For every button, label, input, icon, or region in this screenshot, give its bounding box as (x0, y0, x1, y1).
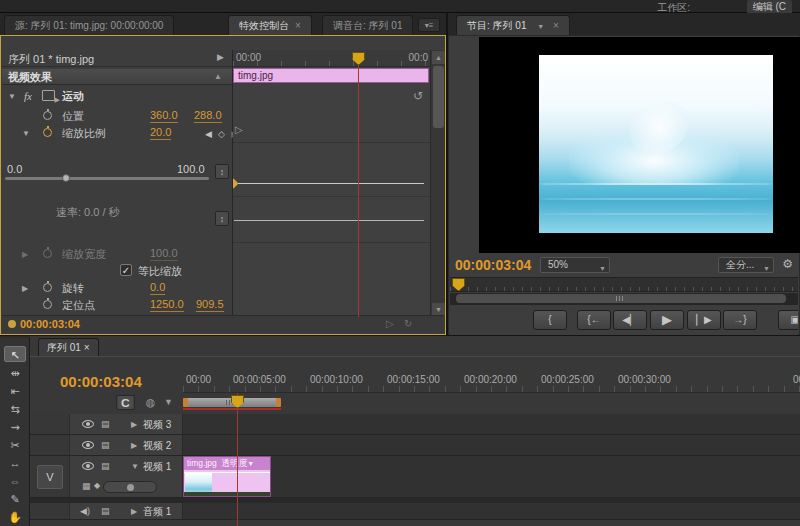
step-forward-button[interactable]: ▏▶ (687, 310, 721, 330)
position-y-value[interactable]: 288.0 (194, 108, 222, 123)
track-content[interactable] (183, 414, 800, 434)
keyframe-graph-area[interactable]: ▷ (233, 84, 430, 317)
track-content[interactable] (183, 503, 800, 519)
toggle-animation-icon[interactable] (43, 249, 52, 258)
graph-expand-icon[interactable]: ▷ (235, 124, 243, 135)
vertical-scrollbar[interactable]: ▲ ▼ (430, 50, 445, 317)
mini-timeline-clip[interactable]: timg.jpg (233, 68, 429, 83)
program-video-area[interactable] (479, 37, 800, 253)
track-lock-gutter[interactable] (30, 503, 70, 519)
track-lock-gutter[interactable] (30, 414, 70, 434)
uniform-scale-checkbox[interactable]: ✓ (120, 264, 132, 276)
effect-controls-ruler[interactable]: 00:00 00:0 (233, 50, 430, 67)
tab-effect-controls[interactable]: 特效控制台× (228, 15, 312, 35)
chevron-down-icon[interactable]: ▼ (537, 23, 544, 30)
expand-icon[interactable]: ▶ (131, 441, 137, 450)
scale-value-graph-line[interactable] (234, 183, 424, 184)
scroll-thumb[interactable] (433, 66, 444, 128)
pen-tool[interactable]: ✎ (4, 491, 26, 507)
close-icon[interactable]: × (553, 20, 559, 31)
motion-effect-row[interactable]: ▼ fx ▶ 运动 (2, 88, 232, 104)
keyframe-diamond[interactable] (233, 179, 238, 189)
panel-menu-icon[interactable]: ▾≡ (418, 18, 440, 32)
wrench-settings-icon[interactable]: ⚙ (782, 257, 793, 271)
go-to-out-button[interactable]: →} (723, 310, 757, 330)
tab-sequence-01[interactable]: 序列 01 × (38, 338, 99, 356)
tab-audio-mixer[interactable]: 调音台: 序列 01 (322, 15, 413, 35)
expand-icon[interactable]: ▼ (8, 89, 16, 105)
encore-chapter-marker-icon[interactable]: ◍ (142, 395, 159, 410)
export-frame-button[interactable]: ▣ (778, 310, 798, 330)
collapse-icon[interactable]: ▲ (214, 69, 222, 85)
track-lock-gutter[interactable] (30, 435, 70, 455)
playhead-line[interactable] (358, 56, 359, 317)
track-name[interactable]: 音频 1 (143, 505, 171, 519)
ripple-edit-tool[interactable]: ⇤ (4, 383, 26, 399)
track-content[interactable] (183, 456, 800, 497)
show-timeline-toggle-icon[interactable]: ▶ (217, 52, 224, 62)
loop-icon[interactable]: ↻ (404, 318, 412, 329)
velocity-zoom-widget[interactable]: ↕ (215, 211, 229, 226)
expand-icon[interactable]: ▶ (22, 281, 28, 297)
play-button[interactable]: ▶ (650, 310, 684, 330)
velocity-graph-line[interactable] (234, 220, 424, 221)
reset-effect-icon[interactable]: ↺ (413, 89, 423, 103)
go-to-in-button[interactable]: {← (577, 310, 611, 330)
anchor-x-value[interactable]: 1250.0 (150, 297, 184, 312)
rolling-edit-tool[interactable]: ⇆ (4, 401, 26, 417)
timeline-ruler[interactable]: 00:00 00:00:05:00 00:00:10:00 00:00:15:0… (183, 373, 800, 393)
expand-icon[interactable]: ▶ (131, 507, 137, 516)
keyframe-navigator[interactable] (103, 481, 157, 493)
scroll-up-icon[interactable]: ▲ (432, 51, 445, 64)
collapse-icon[interactable]: ▼ (131, 462, 139, 471)
snap-magnet-icon[interactable]: C (116, 395, 135, 410)
toggle-animation-icon[interactable] (43, 128, 52, 137)
toggle-animation-icon[interactable] (43, 283, 52, 292)
playback-resolution-select[interactable]: 全分... ▼ (718, 257, 774, 273)
close-icon[interactable]: × (295, 20, 301, 31)
work-area-end-bracket[interactable] (276, 398, 281, 407)
show-keyframes-icon[interactable]: ◆ (94, 481, 100, 490)
track-select-tool[interactable]: ⇹ (4, 365, 26, 381)
zoom-level-select[interactable]: 50% ▼ (540, 257, 610, 273)
eye-icon[interactable] (82, 462, 94, 470)
close-icon[interactable]: × (84, 342, 90, 353)
prev-keyframe-icon[interactable]: ◀ (205, 126, 212, 142)
speaker-icon[interactable]: ◀) (80, 506, 90, 516)
tab-program-monitor[interactable]: 节目: 序列 01 ▼ × (456, 15, 570, 35)
expand-icon[interactable]: ▼ (22, 126, 30, 142)
slide-tool[interactable]: ⇔ (4, 473, 26, 489)
expand-icon[interactable]: ▶ (131, 420, 137, 429)
rate-stretch-tool[interactable]: ⇝ (4, 419, 26, 435)
track-name[interactable]: 视频 3 (143, 418, 171, 432)
position-x-value[interactable]: 360.0 (150, 108, 178, 123)
selection-tool[interactable]: ↖ (4, 346, 26, 362)
scale-slider-track[interactable] (5, 177, 209, 180)
anchor-y-value[interactable]: 909.5 (196, 297, 224, 312)
razor-tool[interactable]: ✂ (4, 437, 26, 453)
work-area-start-bracket[interactable] (183, 398, 188, 407)
eye-icon[interactable] (82, 420, 94, 428)
rotation-value[interactable]: 0.0 (150, 280, 165, 295)
program-horizontal-scrollbar[interactable] (450, 293, 798, 305)
clip-title-bar[interactable]: timg.jpg透明度▼ (184, 457, 270, 470)
chevron-down-icon[interactable]: ▼ (247, 460, 254, 467)
toggle-animation-icon[interactable] (43, 111, 52, 120)
tab-source-monitor[interactable]: 源: 序列 01: timg.jpg: 00:00:00:00 (4, 15, 174, 35)
toggle-animation-icon[interactable] (43, 300, 52, 309)
video-effects-section-header[interactable]: 视频效果 ▲ (2, 69, 232, 85)
add-keyframe-icon[interactable]: ◇ (218, 126, 225, 142)
current-timecode[interactable]: 00:00:03:04 (20, 318, 80, 330)
track-name[interactable]: 视频 1 (143, 460, 171, 474)
expand-icon[interactable]: ▶ (22, 247, 28, 263)
timeline-timecode[interactable]: 00:00:03:04 (60, 373, 142, 390)
hand-tool[interactable]: ✋ (4, 509, 26, 525)
clip-effect-label[interactable]: 透明度 (217, 458, 248, 468)
slip-tool[interactable]: ↔ (4, 455, 26, 471)
source-track-indicator[interactable]: V (37, 465, 63, 489)
eye-icon[interactable] (82, 441, 94, 449)
set-display-style-icon[interactable]: ▦ (82, 481, 91, 491)
play-audio-icon[interactable]: ▷ (386, 318, 394, 329)
clip-timg-jpg[interactable]: timg.jpg透明度▼ (183, 456, 271, 497)
add-marker-button[interactable]: { (533, 310, 567, 330)
